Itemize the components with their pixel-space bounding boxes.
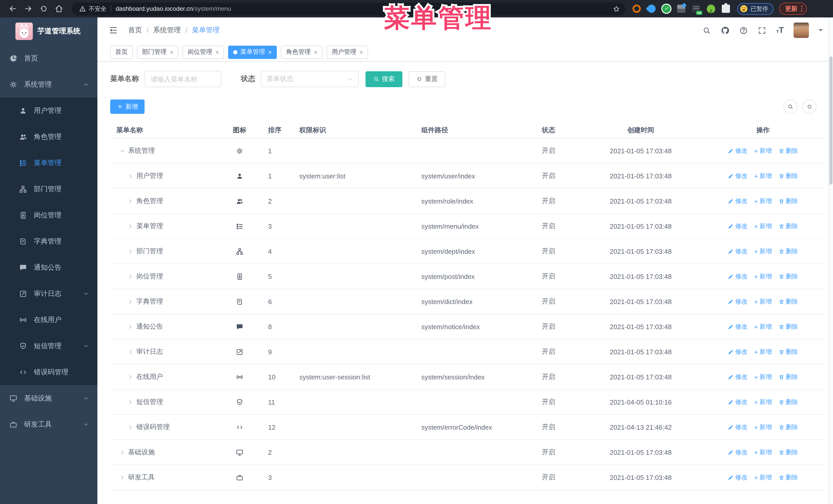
avatar[interactable]	[793, 23, 809, 38]
sidebar-item-infra[interactable]: 基础设施	[0, 385, 97, 411]
edit-link[interactable]: 修改	[728, 146, 747, 155]
expand-caret-icon[interactable]	[127, 172, 134, 179]
add-link[interactable]: +新增	[754, 222, 772, 231]
toggle-search-button[interactable]	[783, 99, 798, 114]
sidebar-item-role-mgmt[interactable]: 角色管理	[0, 124, 97, 150]
delete-link[interactable]: 删除	[779, 146, 798, 155]
add-link[interactable]: +新增	[754, 146, 772, 155]
home-icon[interactable]	[54, 4, 64, 13]
edit-link[interactable]: 修改	[728, 373, 747, 381]
extension-orange-icon[interactable]	[633, 5, 641, 13]
font-size-icon[interactable]: тT	[776, 26, 784, 34]
tab-user[interactable]: 用户管理×	[327, 45, 368, 59]
search-button[interactable]: 搜索	[365, 71, 402, 87]
edit-link[interactable]: 修改	[728, 197, 747, 205]
expand-caret-icon[interactable]	[127, 374, 134, 380]
edit-link[interactable]: 修改	[728, 297, 747, 306]
sidebar-item-post-mgmt[interactable]: 岗位管理	[0, 202, 97, 228]
extension-grid-icon[interactable]	[677, 5, 685, 13]
edit-link[interactable]: 修改	[728, 171, 747, 180]
add-link[interactable]: +新增	[754, 297, 772, 306]
add-link[interactable]: +新增	[754, 473, 772, 482]
back-icon[interactable]	[8, 4, 18, 13]
add-link[interactable]: +新增	[754, 171, 772, 180]
expand-caret-icon[interactable]	[127, 424, 134, 430]
add-link[interactable]: +新增	[754, 423, 772, 431]
github-icon[interactable]	[721, 26, 730, 34]
delete-link[interactable]: 删除	[779, 171, 798, 180]
delete-link[interactable]: 删除	[779, 473, 798, 482]
sidebar-item-notice-mgmt[interactable]: 通知公告	[0, 254, 97, 281]
delete-link[interactable]: 删除	[779, 247, 798, 256]
edit-link[interactable]: 修改	[728, 473, 747, 482]
expand-caret-icon[interactable]	[127, 323, 134, 330]
sidebar-item-sms-mgmt[interactable]: 短信管理	[0, 333, 97, 359]
delete-link[interactable]: 删除	[779, 347, 798, 356]
edit-link[interactable]: 修改	[728, 272, 747, 281]
edit-link[interactable]: 修改	[728, 222, 747, 231]
forward-icon[interactable]	[24, 4, 33, 13]
reload-icon[interactable]	[39, 4, 48, 13]
add-link[interactable]: +新增	[754, 322, 772, 331]
sidebar-item-home[interactable]: 首页	[0, 45, 97, 71]
expand-caret-icon[interactable]	[127, 273, 134, 280]
expand-caret-icon[interactable]	[119, 474, 125, 481]
sidebar-item-errorcode-mgmt[interactable]: 错误码管理	[0, 359, 97, 385]
menu-name-input[interactable]	[145, 71, 221, 87]
tab-home[interactable]: 首页	[110, 45, 133, 59]
tab-menu[interactable]: 菜单管理×	[228, 45, 277, 59]
reset-button[interactable]: 重置	[408, 71, 446, 87]
expand-caret-icon[interactable]	[127, 198, 134, 204]
delete-link[interactable]: 删除	[779, 423, 798, 431]
tab-post[interactable]: 岗位管理×	[183, 45, 224, 59]
add-link[interactable]: +新增	[754, 247, 772, 256]
extension-key-icon[interactable]	[707, 5, 715, 13]
close-icon[interactable]: ×	[314, 49, 317, 55]
delete-link[interactable]: 删除	[779, 448, 798, 457]
delete-link[interactable]: 删除	[779, 222, 798, 231]
extensions-puzzle-icon[interactable]	[722, 5, 730, 13]
add-link[interactable]: +新增	[754, 448, 772, 457]
add-link[interactable]: +新增	[754, 347, 772, 356]
sidebar-item-dict-mgmt[interactable]: 字典管理	[0, 228, 97, 254]
delete-link[interactable]: 删除	[779, 322, 798, 331]
add-link[interactable]: +新增	[754, 373, 772, 381]
avatar-caret-icon[interactable]	[819, 29, 823, 33]
scrollbar-thumb[interactable]	[829, 56, 832, 185]
add-button[interactable]: 新增	[110, 99, 145, 114]
expand-caret-icon[interactable]	[127, 399, 134, 405]
refresh-table-button[interactable]	[802, 99, 816, 114]
fullscreen-icon[interactable]	[758, 26, 767, 34]
extension-green-check-icon[interactable]: ✓	[662, 5, 670, 13]
edit-link[interactable]: 修改	[728, 322, 747, 331]
expand-caret-icon[interactable]	[127, 349, 134, 355]
breadcrumb-home[interactable]: 首页	[128, 26, 142, 35]
edit-link[interactable]: 修改	[728, 247, 747, 256]
search-icon[interactable]	[703, 26, 711, 34]
browser-update-button[interactable]: 更新	[779, 3, 807, 15]
edit-link[interactable]: 修改	[728, 347, 747, 356]
edit-link[interactable]: 修改	[728, 423, 747, 431]
delete-link[interactable]: 删除	[779, 297, 798, 306]
sidebar-item-online-users[interactable]: 在线用户	[0, 307, 97, 333]
status-select[interactable]: 菜单状态	[261, 71, 359, 87]
tab-dept[interactable]: 部门管理×	[137, 45, 178, 59]
sidebar-item-devtools[interactable]: 研发工具	[0, 411, 97, 437]
extension-server-icon[interactable]: on	[692, 5, 700, 13]
add-link[interactable]: +新增	[754, 197, 772, 205]
url-bar[interactable]: 不安全 dashboard.yudao.iocoder.cn/system/me…	[72, 2, 625, 15]
sidebar-item-user-mgmt[interactable]: 用户管理	[0, 97, 97, 124]
sidebar-item-system[interactable]: 系统管理	[0, 71, 97, 97]
close-icon[interactable]: ×	[215, 49, 219, 55]
sidebar-item-audit-log[interactable]: 审计日志	[0, 281, 97, 307]
profile-paused-badge[interactable]: 已暂停	[737, 3, 773, 15]
expand-caret-icon[interactable]	[127, 223, 134, 230]
delete-link[interactable]: 删除	[779, 398, 798, 406]
edit-link[interactable]: 修改	[728, 398, 747, 406]
delete-link[interactable]: 删除	[779, 373, 798, 381]
delete-link[interactable]: 删除	[779, 197, 798, 205]
close-icon[interactable]: ×	[170, 49, 173, 55]
expand-caret-icon[interactable]	[127, 248, 134, 255]
app-logo[interactable]: 芋道管理系统	[0, 18, 97, 45]
add-link[interactable]: +新增	[754, 398, 772, 406]
